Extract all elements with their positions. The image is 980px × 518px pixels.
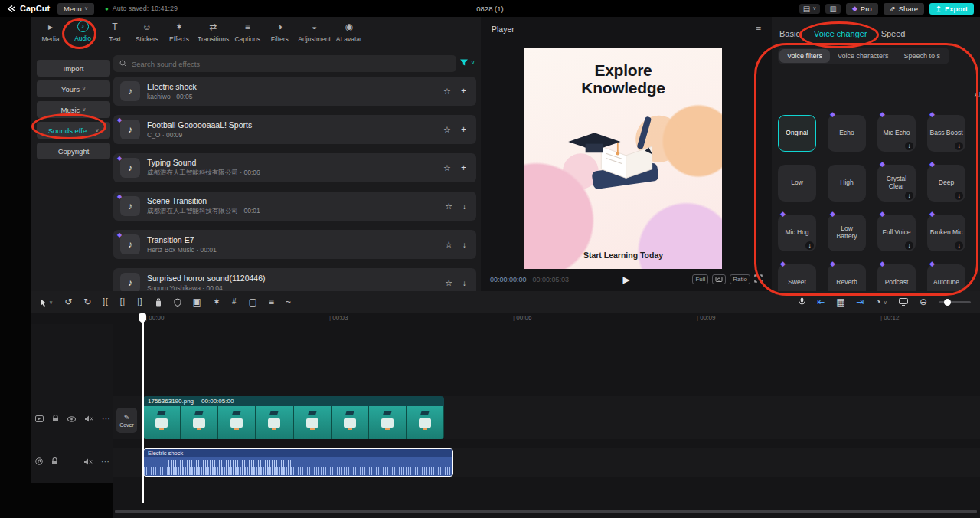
menu-button[interactable]: Menu∨	[57, 3, 94, 15]
subtab-voice-characters[interactable]: Voice characters	[830, 49, 897, 63]
sound-item[interactable]: ♪Electric shockkachiwo · 00:05☆+	[113, 77, 476, 106]
favorite-icon[interactable]: ☆	[443, 125, 451, 135]
voice-card-sweet[interactable]: ◆Sweet	[778, 264, 816, 291]
more-icon[interactable]: ⋯	[101, 457, 109, 467]
add-to-timeline-icon[interactable]: +	[461, 162, 466, 173]
tab-captions[interactable]: ≡Captions	[232, 21, 263, 43]
tab-media[interactable]: ▸Media	[35, 21, 66, 43]
cover-button[interactable]: ✎ Cover	[116, 408, 137, 433]
auto-cut-icon[interactable]: ▦	[836, 297, 844, 307]
voice-card-high[interactable]: High	[828, 165, 866, 202]
download-icon[interactable]: ↓	[462, 241, 466, 249]
voice-card-crystal-clear[interactable]: ◆Crystal Clear↓	[877, 165, 916, 202]
voice-card-mic-echo[interactable]: ◆Mic Echo↓	[877, 115, 916, 152]
audio-clip-selected[interactable]: Electric shock	[143, 448, 453, 477]
auto-reframe-icon[interactable]: ▢	[249, 297, 257, 307]
voice-card-low-battery[interactable]: ◆Low Battery	[828, 215, 866, 251]
fullscreen-icon[interactable]	[754, 274, 763, 284]
select-tool[interactable]: ∨	[40, 298, 53, 307]
panel-toggle-icon[interactable]: ▥	[825, 4, 840, 14]
tab-basic[interactable]: Basic	[779, 29, 800, 38]
split-keep-left-icon[interactable]: [|	[120, 298, 126, 306]
pro-button[interactable]: ◆Pro	[846, 3, 878, 15]
tab-text[interactable]: TText	[100, 21, 130, 43]
voice-card-mic-hog[interactable]: ◆Mic Hog↓	[778, 215, 816, 251]
search-input[interactable]	[132, 60, 450, 68]
search-bar[interactable]	[113, 55, 456, 72]
sound-item[interactable]: ♪◆Transition E7Hertz Box Music · 00:01☆↓	[113, 230, 476, 259]
tab-transitions[interactable]: ⇄Transitions	[196, 21, 230, 43]
favorite-icon[interactable]: ☆	[445, 202, 452, 211]
favorite-icon[interactable]: ☆	[445, 278, 452, 288]
split-keep-right-icon[interactable]: |]	[137, 298, 142, 306]
voice-card-full-voice[interactable]: ◆Full Voice↓	[877, 215, 916, 251]
download-icon[interactable]: ↓	[905, 241, 913, 250]
undo-icon[interactable]: ↺	[64, 297, 72, 307]
voice-card-broken-mic[interactable]: ◆Broken Mic↓	[927, 215, 965, 251]
audio-levels-icon[interactable]: ≡	[269, 297, 274, 307]
timeline-ruler[interactable]: 00:0000:0300:0600:0900:12	[31, 313, 980, 324]
share-button[interactable]: ⇗Share	[884, 3, 924, 15]
mute-icon[interactable]	[84, 415, 93, 424]
download-icon[interactable]: ↓	[955, 142, 963, 150]
sidebar-item-copyright[interactable]: Copyright	[37, 143, 110, 159]
tab-stickers[interactable]: ☺Stickers	[132, 21, 162, 43]
timeline-scrollbar[interactable]	[115, 510, 977, 513]
clip-duration-icon[interactable]: ◔∨	[876, 297, 887, 307]
smart-tool-icon[interactable]: ✶	[213, 297, 220, 307]
sidebar-item-yours[interactable]: Yours∨	[37, 80, 110, 97]
voice-card-low[interactable]: Low	[778, 165, 816, 202]
redo-icon[interactable]: ↻	[83, 297, 91, 307]
sidebar-item-import[interactable]: Import	[37, 60, 110, 77]
subtab-speech-to-s[interactable]: Speech to s	[897, 49, 949, 63]
full-button[interactable]: Full	[692, 274, 708, 284]
voice-card-bass-boost[interactable]: ◆Bass Boost↓	[927, 115, 965, 152]
freeze-frame-icon[interactable]: ▣	[193, 297, 201, 307]
keyframe-prev-icon[interactable]: ⇤	[817, 297, 825, 307]
filter-icon[interactable]: ∨	[459, 58, 475, 67]
download-icon[interactable]: ↓	[955, 241, 963, 250]
mirror-display-icon[interactable]	[899, 298, 908, 306]
sound-item[interactable]: ♪◆Scene Transition成都潜在人工智能科技有限公司 · 00:01…	[113, 192, 476, 221]
more-icon[interactable]: ⋯	[102, 414, 110, 424]
download-icon[interactable]: ↓	[462, 279, 466, 287]
sidebar-item-sounds-effe[interactable]: Sounds effe...∨	[37, 122, 110, 139]
play-button[interactable]: ▶	[622, 274, 629, 285]
zoom-slider[interactable]	[939, 301, 971, 303]
snapshot-button[interactable]	[712, 274, 726, 284]
tab-ai-avatar[interactable]: ◉AI avatar	[334, 21, 364, 43]
download-icon[interactable]: ↓	[805, 241, 814, 250]
export-button[interactable]: ↥Export	[929, 3, 974, 15]
tab-voice-changer[interactable]: Voice changer	[814, 29, 867, 38]
tab-filters[interactable]: ◑Filters	[264, 21, 295, 43]
download-icon[interactable]: ↓	[905, 192, 913, 200]
grid-icon[interactable]: #	[232, 298, 237, 306]
add-to-timeline-icon[interactable]: +	[461, 86, 466, 97]
tab-audio[interactable]: ♪Audio	[67, 21, 98, 43]
download-icon[interactable]: ↓	[462, 202, 466, 211]
voice-card-deep[interactable]: ◆Deep↓	[927, 165, 965, 202]
tab-speed[interactable]: Speed	[881, 29, 906, 38]
split-icon[interactable]: ][	[103, 298, 109, 306]
favorite-icon[interactable]: ☆	[443, 163, 451, 173]
player-menu-icon[interactable]: ≡	[756, 24, 761, 34]
all-filter-label[interactable]: Al	[975, 90, 980, 99]
keyframe-next-icon[interactable]: ⇥	[857, 297, 864, 307]
voice-card-autotune[interactable]: ◆Autotune↓	[927, 264, 965, 291]
subtab-voice-filters[interactable]: Voice filters	[779, 49, 830, 63]
voice-card-podcast[interactable]: ◆Podcast↓	[877, 264, 916, 291]
favorite-icon[interactable]: ☆	[443, 87, 451, 97]
zoom-out-icon[interactable]: ⊖	[920, 297, 927, 307]
add-to-timeline-icon[interactable]: +	[461, 124, 466, 135]
voice-card-echo[interactable]: ◆Echo	[828, 115, 866, 152]
video-clip[interactable]: 1756363190.png 00:00:05:00	[143, 396, 444, 439]
sound-item[interactable]: ♪◆Typing Sound成都潜在人工智能科技有限公司 · 00:06☆+	[113, 153, 476, 182]
speaker-icon[interactable]	[83, 457, 93, 467]
lock-icon[interactable]	[52, 415, 59, 424]
voice-card-reverb[interactable]: ◆Reverb	[828, 264, 866, 291]
keyframe-graph-icon[interactable]: ~	[286, 297, 291, 307]
sound-item[interactable]: ♪Surprised horror sound(1120446)Suguru Y…	[113, 268, 476, 291]
sound-item[interactable]: ♪◆Football GoooooaaaL! SportsC_O · 00:09…	[113, 115, 476, 144]
download-icon[interactable]: ↓	[955, 192, 963, 200]
ratio-button[interactable]: Ratio	[730, 274, 750, 284]
